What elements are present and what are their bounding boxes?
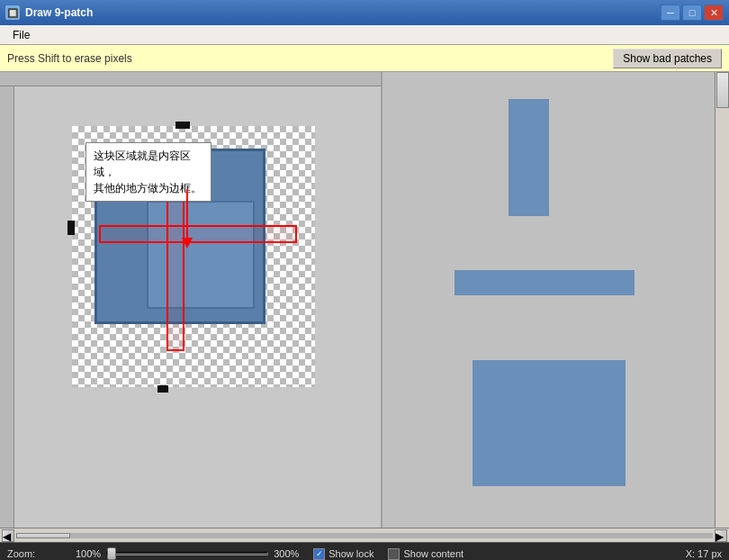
show-content-group: Show content [388,548,464,560]
patch-canvas[interactable]: 这块区域就是内容区域， 其他的地方做为边框。 [72,126,315,387]
show-content-label[interactable]: Show content [403,548,464,559]
title-bar: 🔲 Draw 9-patch ─ □ ✕ [0,0,729,25]
zoom-slider[interactable] [106,552,268,555]
show-content-checkbox[interactable] [388,548,400,560]
annotation-arrow [169,185,223,257]
scrollbar-thumb[interactable] [716,72,729,108]
toolbar-hint: Press Shift to erase pixels [7,52,604,65]
window-controls[interactable]: ─ □ ✕ [661,5,724,21]
horizontal-scrollbar[interactable]: ◀ ▶ [0,528,729,542]
zoom-slider-thumb[interactable] [107,547,116,560]
preview-shape-square [472,360,626,486]
toolbar: Press Shift to erase pixels Show bad pat… [0,45,729,72]
top-ruler [0,72,381,86]
left-ruler [0,72,14,528]
preview-panel [382,72,729,528]
preview-shape-tall [508,99,549,216]
h-scrollbar-thumb[interactable] [16,533,70,538]
show-lock-label[interactable]: Show lock [328,548,374,559]
x-coordinate: X: 17 px [686,548,722,559]
close-button[interactable]: ✕ [704,5,724,21]
annotation-line1: 这块区域就是内容区域， [94,149,191,178]
vertical-scrollbar[interactable] [715,72,729,528]
scroll-left-button[interactable]: ◀ [2,529,14,542]
editor-panel[interactable]: 这块区域就是内容区域， 其他的地方做为边框。 [0,72,382,528]
file-menu[interactable]: File [5,27,37,43]
show-bad-patches-button[interactable]: Show bad patches [613,49,722,68]
preview-shape-wide [454,270,634,295]
status-bar: Zoom: 100% 300% ✓ Show lock Show content… [0,542,729,560]
zoom-max: 300% [274,548,299,559]
main-area: 这块区域就是内容区域， 其他的地方做为边框。 [0,72,729,528]
app-icon: 🔲 [5,5,20,20]
scroll-right-button[interactable]: ▶ [715,529,727,542]
zoom-row: Zoom: 100% 300% ✓ Show lock Show content… [7,545,722,560]
show-lock-group: ✓ Show lock [313,548,374,560]
show-lock-checkbox[interactable]: ✓ [313,548,325,560]
left-patch-mark [68,221,75,235]
canvas-container[interactable]: 这块区域就是内容区域， 其他的地方做为边框。 [72,126,315,387]
window-title: Draw 9-patch [25,6,93,19]
menu-bar: File [0,25,729,45]
bottom-patch-mark [158,385,168,393]
maximize-button[interactable]: □ [682,5,702,21]
top-patch-mark [176,122,190,129]
minimize-button[interactable]: ─ [661,5,680,21]
zoom-value: 100% [76,548,101,559]
zoom-label: Zoom: [7,548,70,559]
